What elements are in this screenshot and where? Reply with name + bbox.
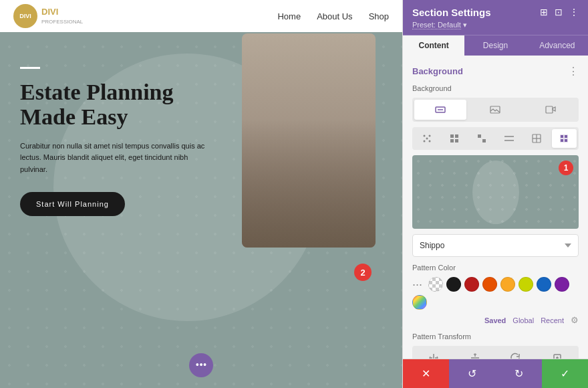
pattern-type-row bbox=[412, 127, 579, 150]
svg-rect-8 bbox=[450, 134, 454, 138]
pattern-color-label: Pattern Color bbox=[412, 264, 579, 272]
panel-title: Section Settings bbox=[412, 7, 491, 18]
transform-flip-h[interactable] bbox=[414, 348, 453, 359]
transform-scale[interactable] bbox=[538, 348, 577, 359]
color-swatch-red[interactable] bbox=[464, 277, 479, 292]
svg-rect-11 bbox=[455, 139, 458, 142]
color-swatch-yellow[interactable] bbox=[500, 277, 515, 292]
pattern-dropdown[interactable]: Shippo Argyle Cross Dots Grid Stripes bbox=[412, 234, 579, 257]
redo-button[interactable]: ↻ bbox=[496, 359, 542, 388]
color-settings-cog[interactable]: ⚙ bbox=[571, 315, 579, 326]
svg-rect-20 bbox=[561, 135, 563, 138]
pattern-type-5[interactable] bbox=[525, 129, 549, 148]
logo-divi: DIVI bbox=[19, 13, 31, 19]
section-heading-text: Background bbox=[412, 66, 463, 76]
pattern-type-2[interactable] bbox=[442, 129, 466, 148]
panel-tabs: Content Design Advanced bbox=[403, 35, 588, 56]
nav-logo: DIVI DIVI PROFESSIONAL bbox=[13, 4, 83, 28]
bg-type-image[interactable] bbox=[469, 100, 521, 120]
transform-row bbox=[412, 346, 579, 359]
nav-about[interactable]: About Us bbox=[317, 11, 352, 21]
panel-footer: ✕ ↺ ↻ ✓ bbox=[403, 359, 588, 388]
nav-bar: DIVI DIVI PROFESSIONAL Home About Us Sho… bbox=[0, 0, 402, 32]
logo-text: DIVI PROFESSIONAL bbox=[41, 7, 83, 25]
svg-rect-10 bbox=[450, 139, 454, 142]
saved-row: Saved Global Recent ⚙ bbox=[412, 315, 579, 326]
panel-preset-label[interactable]: Preset: Default bbox=[412, 21, 461, 29]
svg-point-6 bbox=[423, 140, 425, 142]
bottom-badge[interactable]: ••• bbox=[189, 353, 213, 377]
svg-point-4 bbox=[428, 135, 430, 137]
start-planning-button[interactable]: Start Will Planning bbox=[20, 192, 125, 216]
app-container: DIVI DIVI PROFESSIONAL Home About Us Sho… bbox=[0, 0, 588, 388]
svg-rect-21 bbox=[565, 135, 567, 138]
badge-1: 1 bbox=[559, 161, 573, 175]
color-swatch-black[interactable] bbox=[446, 277, 461, 292]
undo-button[interactable]: ↺ bbox=[449, 359, 495, 388]
svg-rect-23 bbox=[565, 139, 567, 142]
recent-link[interactable]: Recent bbox=[541, 316, 564, 324]
panel-icon-grid[interactable]: ⊞ bbox=[540, 7, 548, 18]
svg-point-7 bbox=[428, 140, 430, 142]
pattern-type-1[interactable] bbox=[414, 129, 439, 148]
more-colors-btn[interactable]: ··· bbox=[412, 278, 422, 292]
section-more-icon[interactable]: ⋮ bbox=[568, 65, 579, 78]
saved-link[interactable]: Saved bbox=[484, 316, 506, 324]
tab-content[interactable]: Content bbox=[403, 35, 464, 56]
nav-home[interactable]: Home bbox=[277, 11, 301, 21]
tab-advanced[interactable]: Advanced bbox=[527, 35, 588, 56]
panel-header-icons: ⊞ ⊡ ⋮ bbox=[540, 7, 579, 18]
preview-oval bbox=[472, 161, 519, 224]
person-image bbox=[242, 33, 376, 248]
pattern-type-4[interactable] bbox=[497, 129, 522, 148]
hero-line bbox=[20, 67, 40, 69]
bg-preview-box: 1 bbox=[412, 155, 579, 229]
bg-type-gradient[interactable] bbox=[414, 100, 466, 120]
panel-header-top: Section Settings ⊞ ⊡ ⋮ bbox=[412, 7, 579, 18]
svg-rect-13 bbox=[482, 139, 486, 142]
tab-design[interactable]: Design bbox=[464, 35, 526, 56]
svg-rect-9 bbox=[455, 134, 458, 138]
color-swatch-orange[interactable] bbox=[482, 277, 497, 292]
logo-circle: DIVI bbox=[13, 4, 37, 28]
svg-rect-2 bbox=[546, 106, 553, 113]
pattern-transform-label: Pattern Transform bbox=[412, 332, 579, 341]
color-swatch-row: ··· bbox=[412, 277, 579, 310]
nav-links: Home About Us Shop bbox=[277, 11, 389, 21]
bg-type-row bbox=[412, 98, 579, 122]
color-swatch-lime[interactable] bbox=[519, 277, 533, 292]
panel-icon-more[interactable]: ⋮ bbox=[569, 7, 579, 18]
panel-preset: Preset: Default ▾ bbox=[412, 21, 579, 35]
svg-point-5 bbox=[426, 138, 428, 140]
nav-shop[interactable]: Shop bbox=[369, 11, 389, 21]
color-swatch-purple[interactable] bbox=[555, 277, 569, 292]
hero-content: Estate Planning Made Easy Curabitur non … bbox=[20, 67, 214, 216]
panel-header: Section Settings ⊞ ⊡ ⋮ Preset: Default ▾ bbox=[403, 0, 588, 35]
confirm-button[interactable]: ✓ bbox=[542, 359, 588, 388]
bg-type-video[interactable] bbox=[525, 100, 577, 120]
global-link[interactable]: Global bbox=[512, 316, 534, 324]
hero-title: Estate Planning Made Easy bbox=[20, 80, 214, 130]
preview-area: DIVI DIVI PROFESSIONAL Home About Us Sho… bbox=[0, 0, 402, 388]
background-label: Background bbox=[412, 84, 579, 92]
section-heading: Background ⋮ bbox=[412, 65, 579, 78]
cancel-button[interactable]: ✕ bbox=[403, 359, 449, 388]
svg-rect-22 bbox=[561, 139, 563, 142]
pattern-type-6[interactable] bbox=[552, 129, 577, 148]
transform-flip-v[interactable] bbox=[456, 348, 494, 359]
hero-subtitle: Curabitur non nulla sit amet nisl tempus… bbox=[20, 140, 214, 176]
settings-panel: Section Settings ⊞ ⊡ ⋮ Preset: Default ▾… bbox=[402, 0, 588, 388]
svg-rect-12 bbox=[478, 134, 481, 138]
transform-rotate[interactable] bbox=[497, 348, 536, 359]
svg-point-3 bbox=[423, 135, 425, 137]
color-swatch-transparent[interactable] bbox=[428, 277, 443, 292]
panel-icon-resize[interactable]: ⊡ bbox=[555, 7, 563, 18]
badge-2: 2 bbox=[354, 264, 372, 281]
color-swatch-blue[interactable] bbox=[537, 277, 551, 292]
panel-body: Background ⋮ Background bbox=[403, 56, 588, 359]
color-picker-btn[interactable] bbox=[412, 295, 427, 310]
pattern-type-3[interactable] bbox=[469, 129, 494, 148]
